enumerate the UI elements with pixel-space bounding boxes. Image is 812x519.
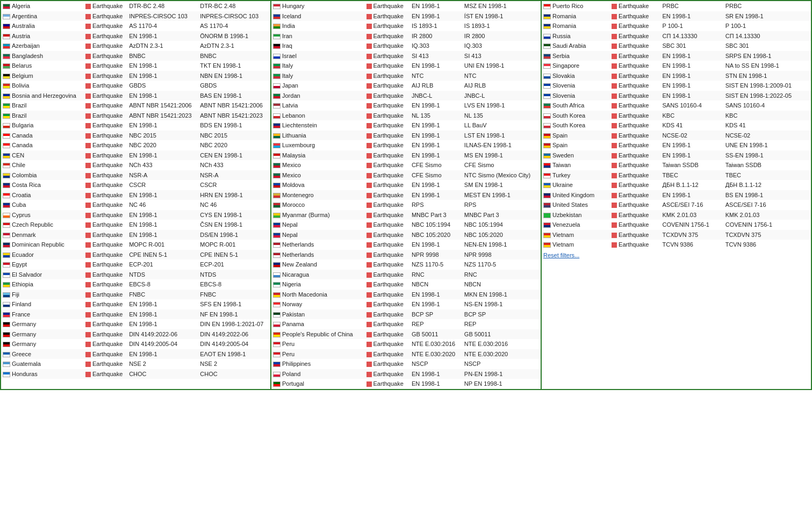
standard-cell: ABNT NBR 15421:2023 <box>198 111 270 121</box>
standard-cell: PN-EN 1998-1 <box>463 369 541 379</box>
country-cell: Germany <box>1 329 84 340</box>
standard-cell: CSCR <box>198 180 270 190</box>
code-cell: EN 1998-1 <box>410 379 463 389</box>
country-cell: Peru <box>271 339 365 349</box>
standard-cell: NEN-EN 1998-1 <box>463 240 541 250</box>
code-cell: RNC <box>410 270 463 280</box>
hazard-cell: Earthquake <box>84 279 127 290</box>
country-cell: Azerbaijan <box>1 41 84 51</box>
hazard-cell: Earthquake <box>84 150 127 161</box>
hazard-cell: Earthquake <box>84 180 127 190</box>
hazard-icon <box>612 123 617 128</box>
table-row: Canada Earthquake NBC 2020 NBC 2020 <box>1 140 270 150</box>
standard-cell: ΕΛΟΤ EN 1998-1 <box>198 349 270 359</box>
country-cell: Latvia <box>271 100 365 111</box>
hazard-icon <box>85 262 91 268</box>
standard-cell: JNBC-L <box>463 91 541 101</box>
hazard-icon <box>612 183 617 188</box>
flag-icon <box>273 173 281 178</box>
table-row: Peru Earthquake NTE E.030:2020 NTE E.030… <box>271 349 541 359</box>
flag-icon <box>543 213 551 218</box>
country-cell: Venezuela <box>542 220 610 230</box>
flag-icon <box>273 54 281 59</box>
table-row: Cuba Earthquake NC 46 NC 46 <box>1 200 270 210</box>
flag-icon <box>3 133 10 139</box>
hazard-icon <box>85 14 91 19</box>
table-row: Jordan Earthquake JNBC-L JNBC-L <box>271 91 541 101</box>
flag-icon <box>3 222 10 228</box>
flag-icon <box>273 302 281 307</box>
hazard-cell: Earthquake <box>365 190 410 200</box>
country-cell: El Salvador <box>1 270 84 280</box>
table-row: Czech Republic Earthquake EN 1998-1 ČSN … <box>1 220 270 230</box>
code-cell: NBC 105:1994 <box>410 220 463 230</box>
flag-icon <box>543 242 551 248</box>
code-cell: NTDS <box>127 270 198 280</box>
flag-icon <box>273 352 281 357</box>
country-cell: New Zealand <box>271 260 365 270</box>
code-cell: DIN 4149:2022-06 <box>127 329 198 340</box>
flag-icon <box>273 233 281 238</box>
hazard-cell: Earthquake <box>84 230 127 240</box>
standard-cell: ČSN EN 1998-1 <box>198 220 270 230</box>
hazard-cell: Earthquake <box>610 230 660 240</box>
hazard-cell: Earthquake <box>84 51 127 61</box>
hazard-cell: Earthquake <box>365 279 410 290</box>
country-cell: Slovenia <box>542 81 610 91</box>
hazard-cell: Earthquake <box>84 200 127 210</box>
hazard-cell: Earthquake <box>84 170 127 181</box>
hazard-icon <box>85 34 91 39</box>
standard-cell: SFS EN 1998-1 <box>198 299 270 309</box>
country-cell: Netherlands <box>271 250 365 260</box>
flag-icon <box>273 203 281 208</box>
table-row: Luxembourg Earthquake EN 1998-1 ILNAS-EN… <box>271 140 541 150</box>
hazard-icon <box>367 24 372 29</box>
table-row: Australia Earthquake AS 1170-4 AS 1170-4 <box>1 21 270 31</box>
table-row: Nepal Earthquake NBC 105:2020 NBC 105:20… <box>271 230 541 240</box>
country-cell: Spain <box>542 131 610 141</box>
flag-icon <box>273 322 281 327</box>
flag-icon <box>273 44 281 49</box>
hazard-cell: Earthquake <box>84 100 127 111</box>
hazard-cell: Earthquake <box>84 240 127 250</box>
table-row: United Kingdom Earthquake EN 1998-1 BS E… <box>542 190 811 200</box>
standard-cell: STN EN 1998-1 <box>724 71 811 81</box>
country-cell: Honduras <box>1 369 84 379</box>
hazard-cell: Earthquake <box>365 111 410 121</box>
code-cell: NL 135 <box>410 111 463 121</box>
flag-icon <box>3 113 10 119</box>
code-cell: IR 2800 <box>410 31 463 41</box>
hazard-cell: Earthquake <box>610 61 660 71</box>
flag-icon <box>273 34 281 39</box>
standard-cell: SANS 10160-4 <box>724 100 811 111</box>
hazard-cell: Earthquake <box>365 240 410 250</box>
hazard-cell: Earthquake <box>84 120 127 131</box>
flag-icon <box>3 183 10 188</box>
hazard-cell: Earthquake <box>365 299 410 309</box>
country-cell: Dominican Republic <box>1 240 84 250</box>
hazard-icon <box>85 173 91 178</box>
flag-icon <box>543 93 551 99</box>
flag-icon <box>543 183 551 188</box>
table-row: Slovakia Earthquake EN 1998-1 STN EN 199… <box>542 71 811 81</box>
code-cell: JNBC-L <box>410 91 463 101</box>
country-cell: Luxembourg <box>271 140 365 150</box>
table-row: Pakistan Earthquake BCP SP BCP SP <box>271 309 541 320</box>
hazard-icon <box>85 222 91 228</box>
code-cell: NTE E.030:2020 <box>410 349 463 359</box>
hazard-icon <box>367 4 372 9</box>
country-cell: Nepal <box>271 220 365 230</box>
country-cell: Iraq <box>271 41 365 51</box>
hazard-cell: Earthquake <box>365 31 410 41</box>
code-cell: KDS 41 <box>660 120 723 131</box>
standard-cell: NBC 105:1994 <box>463 220 541 230</box>
country-cell: Bolivia <box>1 81 84 91</box>
table-row: Russia Earthquake СП 14.13330 СП 14.1333… <box>542 31 811 41</box>
standard-cell: TKT EN 1998-1 <box>198 61 270 71</box>
code-cell: DIN 4149:2005-04 <box>127 339 198 349</box>
reset-filters-link[interactable]: Reset filters... <box>542 250 811 261</box>
standard-cell: NZS 1170-5 <box>463 260 541 270</box>
country-cell: Germany <box>1 319 84 329</box>
table-row: Latvia Earthquake EN 1998-1 LVS EN 1998-… <box>271 100 541 111</box>
standard-cell: NBC 105:2020 <box>463 230 541 240</box>
